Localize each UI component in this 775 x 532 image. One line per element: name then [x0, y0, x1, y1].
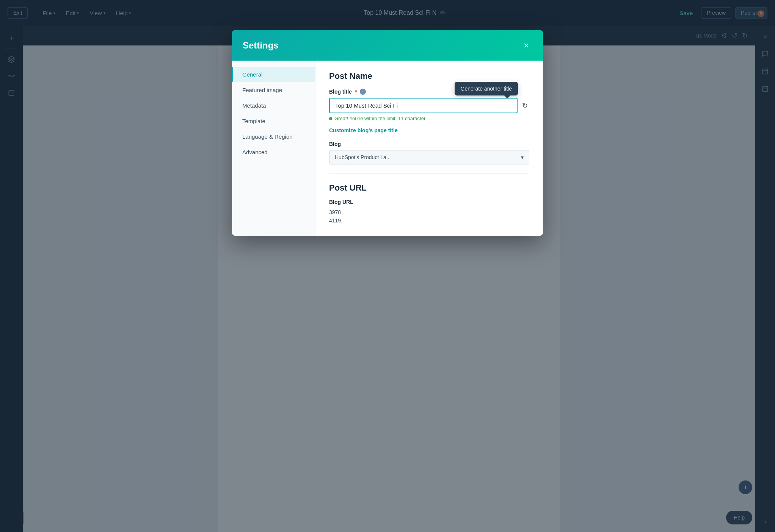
post-name-heading: Post Name: [329, 71, 529, 81]
generate-title-tooltip: Generate another title: [455, 82, 518, 95]
dropdown-chevron-icon: ▾: [521, 154, 524, 160]
blog-title-info-icon[interactable]: i: [360, 89, 366, 95]
settings-title: Settings: [243, 40, 279, 51]
nav-item-general[interactable]: General: [232, 67, 315, 82]
blog-title-input[interactable]: [329, 98, 518, 113]
blog-field-label: Blog: [329, 141, 529, 147]
settings-nav: General Featured image Metadata Template…: [232, 61, 315, 236]
nav-item-language-region[interactable]: Language & Region: [232, 129, 315, 144]
nav-item-featured-image[interactable]: Featured image: [232, 82, 315, 98]
section-divider: [329, 174, 529, 174]
settings-header: Settings ×: [232, 30, 543, 61]
settings-body: General Featured image Metadata Template…: [232, 61, 543, 236]
customize-page-title-link[interactable]: Customize blog's page title: [329, 127, 529, 133]
nav-item-template[interactable]: Template: [232, 113, 315, 129]
generate-title-button[interactable]: ↻: [521, 100, 529, 111]
blog-url-value: 3978 4119.: [329, 208, 529, 225]
nav-item-advanced[interactable]: Advanced: [232, 144, 315, 160]
settings-modal: Settings × General Featured image Metada…: [232, 30, 543, 236]
blog-title-row: ↻ Generate another title: [329, 98, 529, 113]
blog-dropdown[interactable]: HubSpot's Product La... ▾: [329, 150, 529, 164]
required-asterisk: *: [355, 89, 357, 95]
blog-url-label: Blog URL: [329, 199, 529, 205]
modal-overlay: Settings × General Featured image Metada…: [0, 0, 775, 532]
nav-item-metadata[interactable]: Metadata: [232, 98, 315, 113]
settings-close-button[interactable]: ×: [520, 39, 532, 52]
hint-dot-icon: [329, 117, 332, 120]
settings-content: Post Name Blog title * i ↻ Generate anot…: [315, 61, 543, 236]
post-url-heading: Post URL: [329, 183, 529, 193]
blog-title-hint: Great! You're within the limit. 11 chara…: [329, 116, 529, 121]
